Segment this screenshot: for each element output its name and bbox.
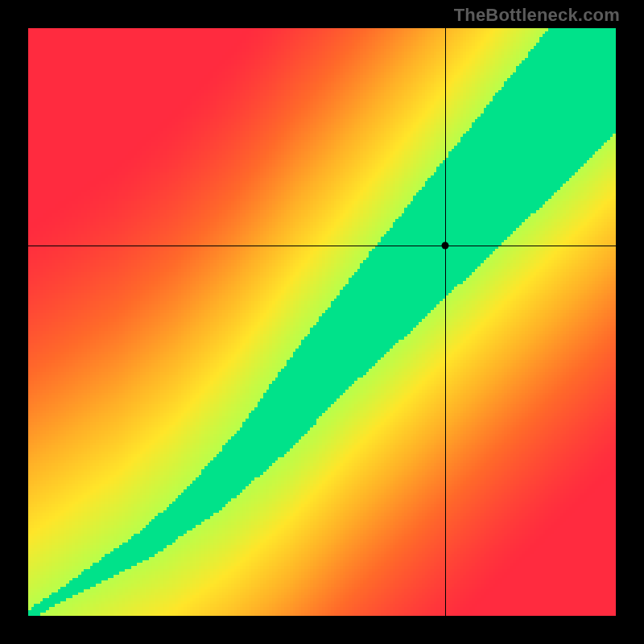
heatmap-chart (28, 28, 616, 616)
watermark-text: TheBottleneck.com (454, 5, 620, 26)
crosshair-dot (442, 242, 449, 250)
crosshair-vertical (445, 28, 446, 616)
crosshair-horizontal (28, 246, 616, 246)
heatmap-canvas (28, 28, 616, 616)
root: TheBottleneck.com (0, 0, 644, 644)
